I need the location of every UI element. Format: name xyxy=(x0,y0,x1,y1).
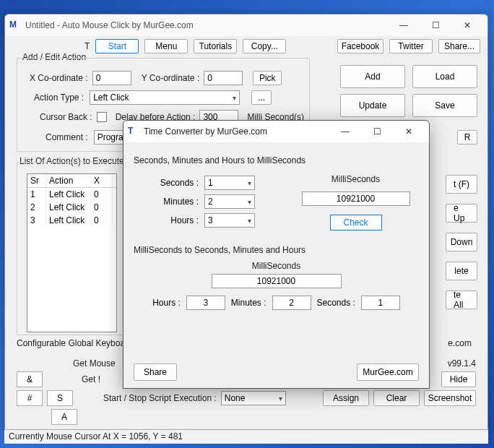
main-window-title: Untitled - Auto Mouse Click by MurGee.co… xyxy=(25,20,388,30)
time-converter-dialog: T Time Converter by MurGee.com — ☐ ✕ Sec… xyxy=(123,120,430,389)
maximize-icon[interactable]: ☐ xyxy=(420,15,451,35)
dialog-maximize-icon[interactable]: ☐ xyxy=(361,121,393,142)
app-icon: M xyxy=(9,20,21,31)
dialog-minimize-icon[interactable]: — xyxy=(329,121,361,142)
side-tf-button[interactable]: t (F) xyxy=(446,175,477,194)
cell-x: 0 xyxy=(91,201,113,214)
move-down-button[interactable]: Down xyxy=(446,233,477,251)
load-button[interactable]: Load xyxy=(412,65,477,88)
assign-button[interactable]: Assign xyxy=(323,390,369,406)
minimize-icon[interactable]: — xyxy=(388,15,420,35)
minutes-select[interactable]: 2 ▾ xyxy=(204,194,255,209)
ms-input[interactable] xyxy=(212,274,342,288)
check-button[interactable]: Check xyxy=(330,215,382,231)
copy-button[interactable]: Copy... xyxy=(243,39,286,53)
chevron-down-icon: ▾ xyxy=(248,198,251,206)
screenshot-button[interactable]: Screenshot xyxy=(424,390,476,406)
cell-sr: 1 xyxy=(27,188,46,201)
action-type-select[interactable]: Left Click ▾ xyxy=(90,90,240,105)
minutes-label: Minutes : xyxy=(148,197,199,207)
tutorials-button[interactable]: Tutorials xyxy=(194,39,237,53)
cell-x: 0 xyxy=(91,214,113,227)
move-up-button[interactable]: e Up xyxy=(446,204,477,223)
out-hours-value: 3 xyxy=(186,296,225,310)
start-button[interactable]: Start xyxy=(95,39,139,53)
share-button[interactable]: Share... xyxy=(438,39,480,53)
r-button[interactable]: R xyxy=(457,130,477,145)
save-button[interactable]: Save xyxy=(412,94,477,117)
seconds-label: Seconds : xyxy=(148,178,199,188)
cell-action: Left Click xyxy=(46,188,91,201)
chevron-down-icon: ▾ xyxy=(248,217,251,225)
out-minutes-label: Minutes : xyxy=(231,298,266,308)
dialog-close-icon[interactable]: ✕ xyxy=(393,121,425,142)
section2-label: MilliSeconds to Seconds, Minutes and Hou… xyxy=(134,245,419,255)
kb-s-button[interactable]: S xyxy=(47,390,73,406)
add-button[interactable]: Add xyxy=(340,65,405,88)
actions-table[interactable]: Sr Action X 1Left Click02Left Click03Lef… xyxy=(27,173,117,332)
version-label: v99.1.4 xyxy=(448,358,476,369)
cell-action: Left Click xyxy=(46,201,91,214)
out-hours-label: Hours : xyxy=(152,298,181,308)
cell-action: Left Click xyxy=(46,214,91,227)
cursor-back-label: Cursor Back : xyxy=(40,112,92,122)
y-coord-input[interactable] xyxy=(204,71,243,85)
chevron-down-icon: ▾ xyxy=(279,395,282,402)
facebook-button[interactable]: Facebook xyxy=(337,39,384,53)
hotkey-select[interactable]: None ▾ xyxy=(221,391,286,405)
action-type-label: Action Type : xyxy=(34,92,84,103)
start-stop-label: Start / Stop Script Execution : xyxy=(103,393,217,403)
menu-button[interactable]: Menu xyxy=(144,39,188,53)
hotkey-value: None xyxy=(225,393,246,403)
col-action[interactable]: Action xyxy=(46,174,91,187)
table-header: Sr Action X xyxy=(27,174,116,188)
cell-x: 0 xyxy=(91,188,113,201)
get-mouse-label: Get Mouse xyxy=(73,358,116,369)
cursor-back-checkbox[interactable] xyxy=(97,112,107,122)
out-seconds-value: 1 xyxy=(361,296,400,310)
action-type-value: Left Click xyxy=(93,92,129,103)
dialog-title: Time Converter by MurGee.com xyxy=(144,126,329,137)
murgee-button[interactable]: MurGee.com xyxy=(357,363,419,381)
ms-output-input[interactable] xyxy=(302,191,410,206)
delete-all-button[interactable]: te All xyxy=(446,290,477,309)
chevron-down-icon: ▾ xyxy=(248,179,251,187)
delete-button[interactable]: lete xyxy=(446,262,477,280)
out-seconds-label: Seconds : xyxy=(317,298,355,308)
dialog-icon: T xyxy=(128,126,139,137)
ms-label: MilliSeconds xyxy=(292,174,419,184)
hide-button[interactable]: Hide xyxy=(441,371,476,387)
dialog-titlebar[interactable]: T Time Converter by MurGee.com — ☐ ✕ xyxy=(124,121,429,142)
section1-label: Seconds, Minutes and Hours to MilliSecon… xyxy=(134,155,419,165)
ecom-label: e.com xyxy=(448,338,472,348)
comment-label: Comment : xyxy=(46,132,88,142)
kb-hash-button[interactable]: # xyxy=(17,390,43,406)
table-row[interactable]: 2Left Click0 xyxy=(27,201,116,214)
table-row[interactable]: 1Left Click0 xyxy=(27,188,116,201)
dialog-share-button[interactable]: Share xyxy=(134,363,177,381)
ms2-label: MilliSeconds xyxy=(134,261,419,271)
right-button-column: Add Load Update Save xyxy=(340,65,477,117)
col-x[interactable]: X xyxy=(91,174,113,187)
x-coord-input[interactable] xyxy=(92,71,131,85)
status-bar: Currently Mouse Cursor At X = 1056, Y = … xyxy=(4,429,488,444)
configurable-label: Configurable Global Keyboar xyxy=(17,338,128,348)
cell-sr: 2 xyxy=(27,201,46,214)
hours-label: Hours : xyxy=(148,215,199,225)
close-icon[interactable]: ✕ xyxy=(451,15,483,35)
seconds-select[interactable]: 1 ▾ xyxy=(204,176,255,190)
pick-button[interactable]: Pick xyxy=(253,71,282,85)
clear-button[interactable]: Clear xyxy=(373,390,420,406)
t-label: T xyxy=(84,41,90,51)
hours-select[interactable]: 3 ▾ xyxy=(204,213,255,228)
twitter-button[interactable]: Twitter xyxy=(389,39,433,53)
cell-sr: 3 xyxy=(27,214,46,227)
chevron-down-icon: ▾ xyxy=(233,94,236,102)
update-button[interactable]: Update xyxy=(340,94,405,117)
kb-a-button[interactable]: A xyxy=(51,409,77,425)
kb-amp-button[interactable]: & xyxy=(17,371,43,387)
col-sr[interactable]: Sr xyxy=(27,174,46,187)
action-type-more-button[interactable]: ... xyxy=(251,90,272,105)
main-titlebar[interactable]: M Untitled - Auto Mouse Click by MurGee.… xyxy=(5,14,488,36)
table-row[interactable]: 3Left Click0 xyxy=(27,214,116,227)
